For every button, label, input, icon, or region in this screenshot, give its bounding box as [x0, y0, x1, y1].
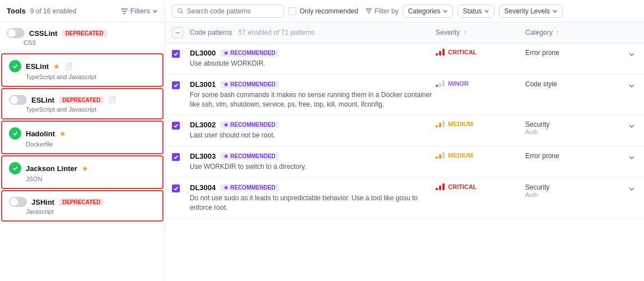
severity-levels-label: Severity Levels	[504, 7, 549, 15]
tool-toggle[interactable]	[7, 28, 25, 38]
checkmark-icon	[12, 131, 18, 136]
pattern-checkbox-col	[172, 152, 190, 161]
check-icon	[173, 186, 179, 191]
tool-subtitle: TypeScript and Javascript	[26, 73, 156, 80]
pattern-checkbox[interactable]	[172, 50, 180, 58]
star-icon: ★	[82, 164, 88, 173]
severity-levels-dropdown[interactable]: Severity Levels	[499, 4, 562, 18]
category-text: Security	[525, 121, 549, 128]
tool-name: ESLint	[26, 62, 49, 71]
chevron-down-icon	[152, 8, 158, 14]
pattern-checkbox[interactable]	[172, 122, 180, 130]
category-col: Error prone	[525, 152, 637, 163]
doc-icon: 📄	[108, 96, 116, 104]
filters-label: Filters	[130, 7, 150, 15]
categories-dropdown[interactable]: Categories	[403, 4, 453, 18]
pattern-checkbox-col	[172, 49, 190, 58]
severity-col: CRITICAL	[436, 183, 525, 190]
pattern-checkbox[interactable]	[172, 153, 180, 161]
pattern-id-row: DL3003 ★ RECOMMENDED	[190, 152, 436, 160]
tools-count: 9 of 16 enabled	[30, 7, 77, 15]
chevron-down-icon	[552, 8, 558, 14]
severity-bars	[436, 152, 445, 159]
recommended-badge: ★ RECOMMENDED	[220, 121, 279, 128]
patterns-table: − Code patterns 57 enabled of 71 pattern…	[165, 22, 644, 281]
tool-list: CSSLintDEPRECATEDCSSESLint★📄TypeScript a…	[0, 22, 165, 281]
search-box[interactable]	[172, 4, 284, 18]
category-text: Error prone	[525, 152, 559, 160]
tool-toggle[interactable]	[9, 95, 27, 105]
status-dropdown[interactable]: Status	[458, 4, 494, 18]
tool-item-eslint-deprecated[interactable]: ESLintDEPRECATED📄TypeScript and Javascri…	[1, 88, 164, 119]
pattern-info: DL3000 ★ RECOMMENDED Use absolute WORKDI…	[190, 49, 436, 68]
pattern-id-row: DL3004 ★ RECOMMENDED	[190, 183, 436, 192]
recommended-badge: ★ RECOMMENDED	[220, 153, 279, 160]
status-label: Status	[463, 7, 482, 15]
tool-name: CSSLint	[29, 29, 58, 38]
category-info: Code style	[525, 80, 557, 88]
collapse-col: −	[172, 27, 190, 38]
severity-label-text: MEDIUM	[448, 152, 473, 159]
recommended-badge: ★ RECOMMENDED	[220, 49, 279, 57]
tool-enabled-icon[interactable]	[9, 127, 21, 140]
tool-item-eslint-ts[interactable]: ESLint★📄TypeScript and Javascript	[1, 53, 164, 87]
tool-name: ESLint	[31, 96, 54, 104]
checkmark-icon	[12, 165, 18, 171]
pattern-description: Use absolute WORKDIR.	[190, 59, 436, 68]
tool-item-jackson-linter[interactable]: Jackson Linter★JSON	[1, 155, 164, 189]
pattern-expand-button[interactable]	[626, 152, 637, 163]
pattern-col-header: Code patterns 57 enabled of 71 patterns	[190, 29, 436, 36]
category-text: Code style	[525, 80, 557, 88]
pattern-row: DL3002 ★ RECOMMENDED Last user should no…	[165, 115, 644, 146]
patterns-list: DL3000 ★ RECOMMENDED Use absolute WORKDI…	[165, 43, 644, 219]
pattern-expand-button[interactable]	[626, 80, 637, 91]
deprecated-badge: DEPRECATED	[59, 96, 104, 104]
pattern-row: DL3001 ★ RECOMMENDED For some bash comma…	[165, 75, 644, 116]
pattern-expand-button[interactable]	[626, 121, 637, 132]
pattern-info: DL3001 ★ RECOMMENDED For some bash comma…	[190, 80, 436, 109]
chevron-down-icon	[628, 154, 635, 161]
check-icon	[173, 154, 179, 160]
category-col: Error prone	[525, 49, 637, 60]
tool-toggle[interactable]	[9, 197, 27, 207]
chevron-down-icon	[442, 8, 448, 14]
tool-subtitle: Javascript	[26, 208, 156, 215]
search-input[interactable]	[187, 7, 279, 15]
severity-col-header: Severity ↑	[436, 29, 525, 36]
tools-title: Tools	[7, 7, 26, 15]
collapse-button[interactable]: −	[172, 27, 183, 38]
tool-enabled-icon[interactable]	[9, 162, 21, 174]
only-recommended-checkbox[interactable]	[288, 7, 296, 15]
pattern-checkbox[interactable]	[172, 185, 180, 192]
category-label: Category	[525, 29, 553, 36]
pattern-row: DL3003 ★ RECOMMENDED Use WORKDIR to swit…	[165, 146, 644, 178]
chevron-down-icon	[628, 51, 635, 58]
star-icon: ★	[53, 62, 60, 71]
pattern-expand-button[interactable]	[626, 183, 637, 195]
filter-by-label: Filter by	[375, 7, 399, 15]
pattern-id-row: DL3002 ★ RECOMMENDED	[190, 121, 436, 129]
tool-item-csslint[interactable]: CSSLintDEPRECATEDCSS	[0, 22, 165, 52]
category-sub: Auth	[525, 128, 549, 135]
category-text: Security	[525, 183, 549, 191]
pattern-description: For some bash commands it makes no sense…	[190, 90, 436, 109]
tool-subtitle: TypeScript and Javascript	[26, 106, 156, 113]
category-text: Error prone	[525, 49, 559, 57]
svg-point-3	[178, 8, 181, 12]
pattern-checkbox[interactable]	[172, 81, 180, 89]
recommended-badge: ★ RECOMMENDED	[220, 81, 279, 88]
severity-label-text: CRITICAL	[448, 183, 477, 190]
tool-subtitle: CSS	[24, 39, 158, 46]
right-toolbar: Only recommended Filter by Categories St…	[165, 0, 644, 22]
severity-label: Severity	[436, 29, 460, 36]
search-icon	[177, 7, 184, 15]
tool-item-hadolint[interactable]: Hadolint★Dockerfile	[1, 121, 164, 154]
tool-name: JSHint	[31, 198, 54, 206]
tool-enabled-icon[interactable]	[9, 60, 21, 72]
pattern-info: DL3004 ★ RECOMMENDED Do not use sudo as …	[190, 183, 436, 213]
filters-button[interactable]: Filters	[120, 7, 158, 15]
pattern-expand-button[interactable]	[626, 49, 637, 60]
tool-item-jshint[interactable]: JSHintDEPRECATEDJavascript	[1, 190, 164, 222]
severity-col: MEDIUM	[436, 121, 525, 127]
left-panel: Tools 9 of 16 enabled Filters CSSLintDEP…	[0, 0, 165, 281]
